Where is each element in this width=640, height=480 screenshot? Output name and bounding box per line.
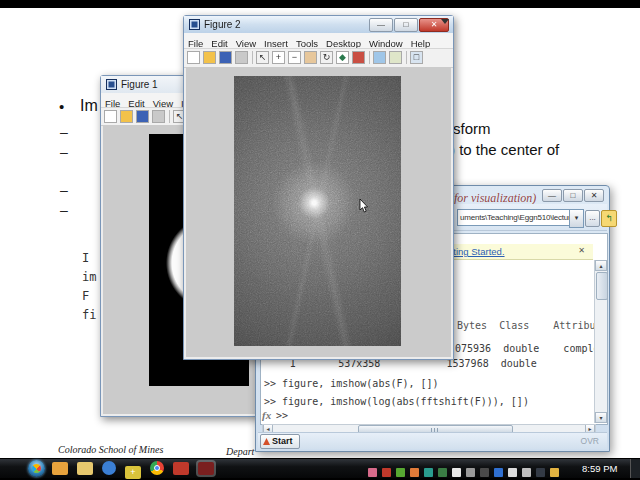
- tray-icon-4[interactable]: [410, 468, 419, 477]
- combobox-dropdown-icon[interactable]: ▾: [569, 209, 584, 228]
- chrome-icon[interactable]: [150, 461, 164, 475]
- system-tray: [368, 463, 564, 480]
- cursor-tool-icon[interactable]: ↖: [256, 51, 269, 64]
- minimize-button[interactable]: —: [542, 189, 562, 202]
- mouse-cursor-icon: [359, 199, 369, 213]
- menu-item[interactable]: View: [232, 37, 260, 49]
- fx-function-hint-icon[interactable]: fx: [262, 409, 271, 421]
- separator: [406, 51, 407, 64]
- slide-code-line: F: [82, 289, 102, 308]
- brush-icon[interactable]: [352, 51, 365, 64]
- minimize-button[interactable]: —: [369, 18, 393, 32]
- menu-item[interactable]: Help: [407, 37, 435, 49]
- menu-item[interactable]: File: [184, 37, 207, 49]
- menu-item[interactable]: View: [149, 97, 177, 108]
- figure-app-icon: [106, 79, 117, 90]
- new-doc-icon[interactable]: [104, 110, 117, 123]
- slide-footer-department: Depart: [226, 446, 254, 457]
- tray-icon-10[interactable]: [494, 468, 503, 477]
- slide-footer-school: Colorado School of Mines: [58, 444, 163, 455]
- save-icon[interactable]: [136, 110, 149, 123]
- whos-row-f: 075936 double complex: [455, 343, 606, 354]
- vertical-scrollbar[interactable]: ▴ ▾: [594, 260, 607, 423]
- command-line-2: >> figure, imshow(log(abs(fftshift(F))),…: [264, 396, 529, 407]
- slide-code-line: fi: [82, 308, 102, 327]
- up-folder-icon[interactable]: ↰: [601, 210, 617, 227]
- browser-icon[interactable]: [102, 461, 116, 475]
- media-app-icon[interactable]: [198, 462, 214, 475]
- open-folder-icon[interactable]: [120, 110, 133, 123]
- slide-bullet-dot: •: [59, 98, 64, 115]
- tray-flag-icon[interactable]: [452, 468, 461, 477]
- tray-icon-1[interactable]: [368, 468, 377, 477]
- print-icon[interactable]: [235, 51, 248, 64]
- menu-item[interactable]: File: [101, 97, 124, 108]
- menu-item[interactable]: Insert: [260, 37, 292, 49]
- plus-app-icon[interactable]: +: [125, 466, 141, 479]
- separator: [369, 51, 370, 64]
- print-icon[interactable]: [152, 110, 165, 123]
- rotate-3d-icon[interactable]: ↻: [320, 51, 333, 64]
- dock-figure-icon[interactable]: □: [410, 51, 423, 64]
- scroll-up-icon[interactable]: ▴: [595, 260, 607, 271]
- menu-item[interactable]: Edit: [207, 37, 231, 49]
- menu-item[interactable]: Edit: [124, 97, 148, 108]
- show-desktop-button[interactable]: [630, 459, 640, 478]
- figure1-title: Figure 1: [121, 79, 158, 90]
- save-icon[interactable]: [219, 51, 232, 64]
- maximize-button[interactable]: □: [394, 18, 418, 32]
- whos-header-line: Bytes Class Attribu: [457, 320, 595, 331]
- taskbar-app-icons: +: [52, 461, 223, 476]
- tray-icon-5[interactable]: [424, 468, 433, 477]
- zoom-in-icon[interactable]: +: [272, 51, 285, 64]
- figure2-toolbar: ↖+−↻◆□: [184, 49, 453, 68]
- matlab-start-button[interactable]: Start: [260, 434, 300, 449]
- volume-icon[interactable]: [508, 468, 517, 477]
- open-folder-icon[interactable]: [203, 51, 216, 64]
- dock-arrow-icon[interactable]: [441, 19, 449, 24]
- tray-icon-9[interactable]: [480, 468, 489, 477]
- slide-text-fragment-1: sform: [453, 120, 491, 137]
- menu-item[interactable]: Desktop: [322, 37, 365, 49]
- taskbar: + 8:59 PM: [0, 458, 640, 478]
- powerpoint-icon[interactable]: [173, 462, 189, 475]
- slide-dash: –: [60, 202, 68, 218]
- current-folder-combobox[interactable]: uments\Teaching\Eggn510\lectures: [457, 209, 571, 226]
- explorer-icon[interactable]: [77, 462, 93, 475]
- matlab-statusbar: Start OVR: [258, 432, 607, 449]
- scroll-down-icon[interactable]: ▾: [595, 412, 607, 423]
- tray-icon-3[interactable]: [396, 468, 405, 477]
- slide-text-fragment-2: ) to the center of: [450, 141, 559, 158]
- close-button[interactable]: ✕: [584, 189, 604, 202]
- menu-item[interactable]: Window: [365, 37, 407, 49]
- figure2-titlebar[interactable]: Figure 2 — □ ✕: [184, 16, 453, 34]
- slide-dash: –: [60, 144, 68, 160]
- insert-legend-icon[interactable]: [389, 51, 402, 64]
- slide-code-line: I: [82, 251, 102, 270]
- command-prompt[interactable]: >>: [276, 410, 288, 421]
- slide-sub-bullets: ––––: [60, 120, 74, 220]
- pan-hand-icon[interactable]: [304, 51, 317, 64]
- insert-colorbar-icon[interactable]: [373, 51, 386, 64]
- browse-folder-button[interactable]: ...: [585, 210, 600, 227]
- matlab-start-label: Start: [272, 436, 293, 446]
- scrollbar-thumb[interactable]: [596, 272, 608, 300]
- power-icon[interactable]: [536, 468, 545, 477]
- tray-icon-2[interactable]: [382, 468, 391, 477]
- menu-item[interactable]: Tools: [292, 37, 322, 49]
- slide-bullet-text: Im: [80, 97, 98, 115]
- maximize-button[interactable]: □: [563, 189, 583, 202]
- action-center-shield-icon[interactable]: [550, 468, 559, 477]
- tray-icon-8[interactable]: [466, 468, 475, 477]
- notes-app-icon[interactable]: [52, 462, 68, 475]
- network-icon[interactable]: [522, 468, 531, 477]
- banner-close-icon[interactable]: ✕: [578, 246, 585, 255]
- new-doc-icon[interactable]: [187, 51, 200, 64]
- start-button-orb[interactable]: [28, 460, 45, 477]
- data-cursor-icon[interactable]: ◆: [336, 51, 349, 64]
- tray-icon-6[interactable]: [438, 468, 447, 477]
- slide-code-line: im: [82, 270, 102, 289]
- zoom-out-icon[interactable]: −: [288, 51, 301, 64]
- taskbar-clock[interactable]: 8:59 PM: [582, 463, 617, 474]
- video-letterbox-top: [0, 0, 640, 8]
